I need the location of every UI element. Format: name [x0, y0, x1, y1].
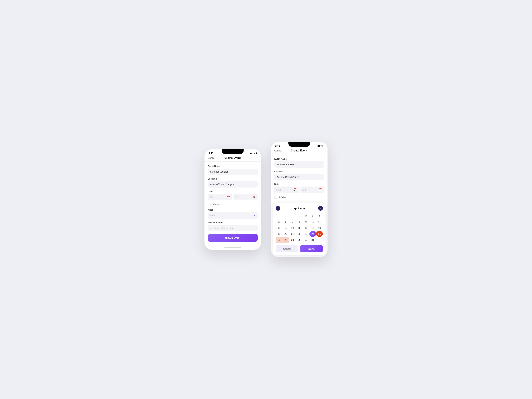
- cancel-button-1[interactable]: Cancel: [208, 157, 215, 159]
- location-label: Location: [208, 177, 258, 180]
- home-indicator-1: [204, 246, 261, 250]
- calendar-day[interactable]: 7: [289, 219, 296, 225]
- page-title-2: Create Event: [291, 149, 307, 152]
- cancel-button-2[interactable]: Cancel: [274, 149, 282, 152]
- calendar-prev-button[interactable]: ‹: [276, 206, 280, 211]
- event-name-group: Event Name Summer Vacation: [208, 165, 258, 175]
- start-placeholder-2: Start: [276, 189, 281, 191]
- calendar-day[interactable]: 20: [282, 231, 289, 237]
- calendar-day[interactable]: 14: [289, 225, 296, 231]
- nav-bar-2: Cancel Create Event: [271, 148, 328, 154]
- end-placeholder-2: End: [302, 189, 306, 191]
- date-group: Date Start 📅 End 📅: [208, 190, 258, 200]
- signal-icon-1: [250, 152, 253, 154]
- battery-icon-1: ▮: [256, 152, 257, 154]
- calendar-day[interactable]: [276, 213, 282, 219]
- location-label-2: Location: [274, 170, 324, 173]
- calendar-day[interactable]: 24: [309, 231, 316, 237]
- status-time-1: 9:41: [209, 152, 214, 154]
- page-title-1: Create Event: [224, 156, 241, 159]
- calendar-day[interactable]: 27: [282, 237, 289, 243]
- start-date-field-2[interactable]: Start 📅: [274, 187, 298, 193]
- alert-label: Alert: [208, 209, 258, 211]
- wifi-icon-2: ▾: [321, 145, 322, 147]
- calendar-day[interactable]: 18: [316, 225, 323, 231]
- calendar-day[interactable]: 29: [296, 237, 303, 243]
- calendar-day[interactable]: 17: [309, 225, 316, 231]
- allday-row-2: All-day: [274, 196, 324, 199]
- phone-1: 9:41 ▾ ▮ Cancel Create Event: [204, 149, 261, 250]
- signal-icon-2: [317, 145, 320, 147]
- calendar-cancel-button[interactable]: Cancel: [276, 245, 298, 252]
- calendar-day[interactable]: 31: [309, 237, 316, 243]
- calendar-day[interactable]: 5: [276, 219, 282, 225]
- calendar-day[interactable]: 2: [303, 213, 309, 219]
- battery-icon-2: ▮: [322, 145, 323, 147]
- calendar-day[interactable]: 28: [289, 237, 296, 243]
- calendar-day[interactable]: 23: [303, 231, 309, 237]
- calendar-day[interactable]: 16: [303, 225, 309, 231]
- calendar-day[interactable]: 12: [276, 225, 282, 231]
- event-name-group-2: Event Name Summer Vacation: [274, 158, 324, 168]
- attendees-input[interactable]: ex. tripper@gmail.com: [208, 225, 258, 231]
- nav-bar-1: Cancel Create Event: [204, 155, 261, 162]
- event-name-label-2: Event Name: [274, 158, 324, 160]
- date-row: Start 📅 End 📅: [208, 194, 258, 200]
- calendar-done-button[interactable]: Done: [300, 245, 323, 252]
- location-input[interactable]: Arizona/Grand Canyon: [208, 181, 258, 188]
- form-2: Event Name Summer Vacation Location Ariz…: [271, 154, 328, 203]
- chevron-down-icon: ▾: [254, 214, 255, 217]
- attendees-label: Add Attendees: [208, 221, 258, 224]
- allday-label-2: All-day: [279, 196, 286, 198]
- allday-checkbox-2[interactable]: [274, 196, 277, 199]
- calendar-popup: ‹ April 2021 › 1234567891011121314151617…: [273, 203, 325, 255]
- end-date-field[interactable]: End 📅: [234, 194, 258, 200]
- calendar-day[interactable]: 13: [282, 225, 289, 231]
- location-group: Location Arizona/Grand Canyon: [208, 177, 258, 188]
- alert-dropdown[interactable]: Alert ▾: [208, 212, 258, 219]
- calendar-day[interactable]: 11: [316, 219, 323, 225]
- calendar-day[interactable]: 25: [316, 231, 323, 237]
- calendar-day[interactable]: 15: [296, 225, 303, 231]
- event-name-input-2[interactable]: Summer Vacation: [274, 161, 324, 168]
- calendar-day[interactable]: 8: [296, 219, 303, 225]
- calendar-month-label: April 2021: [293, 207, 305, 210]
- allday-row: All-day: [208, 203, 258, 206]
- form-1: Event Name Summer Vacation Location Ariz…: [204, 162, 261, 246]
- calendar-start-icon: 📅: [227, 196, 230, 199]
- calendar-day[interactable]: 21: [289, 231, 296, 237]
- calendar-day[interactable]: 6: [282, 219, 289, 225]
- calendar-day[interactable]: 19: [276, 231, 282, 237]
- status-time-2: 9:41: [275, 144, 280, 147]
- scene: 9:41 ▾ ▮ Cancel Create Event: [195, 132, 337, 267]
- calendar-end-icon-2: 📅: [319, 188, 322, 191]
- calendar-next-button[interactable]: ›: [318, 206, 323, 211]
- calendar-day[interactable]: 26: [276, 237, 282, 243]
- date-label: Date: [208, 190, 258, 193]
- attendees-group: Add Attendees ex. tripper@gmail.com: [208, 221, 258, 231]
- calendar-day[interactable]: 3: [309, 213, 316, 219]
- date-label-2: Date: [274, 183, 324, 185]
- calendar-day[interactable]: 9: [303, 219, 309, 225]
- calendar-day[interactable]: 1: [296, 213, 303, 219]
- allday-checkbox[interactable]: [208, 203, 211, 206]
- calendar-day[interactable]: 4: [316, 213, 323, 219]
- calendar-day[interactable]: 22: [296, 231, 303, 237]
- calendar-day[interactable]: [289, 213, 296, 219]
- start-date-field[interactable]: Start 📅: [208, 194, 232, 200]
- start-placeholder: Start: [210, 196, 214, 198]
- calendar-start-icon-2: 📅: [293, 188, 297, 191]
- calendar-header: ‹ April 2021 ›: [276, 206, 323, 211]
- end-date-field-2[interactable]: End 📅: [300, 187, 324, 193]
- calendar-grid: 1234567891011121314151617181920212223242…: [276, 213, 323, 243]
- calendar-end-icon: 📅: [252, 196, 256, 199]
- alert-placeholder: Alert: [210, 214, 215, 217]
- location-input-2[interactable]: Arizona/Grand Canyon: [274, 174, 324, 180]
- create-event-button[interactable]: Create Event: [208, 234, 258, 242]
- wifi-icon-1: ▾: [254, 152, 255, 154]
- allday-label: All-day: [212, 203, 220, 206]
- calendar-day[interactable]: 30: [303, 237, 309, 243]
- calendar-day[interactable]: [282, 213, 289, 219]
- calendar-day[interactable]: 10: [309, 219, 316, 225]
- event-name-input[interactable]: Summer Vacation: [208, 169, 258, 175]
